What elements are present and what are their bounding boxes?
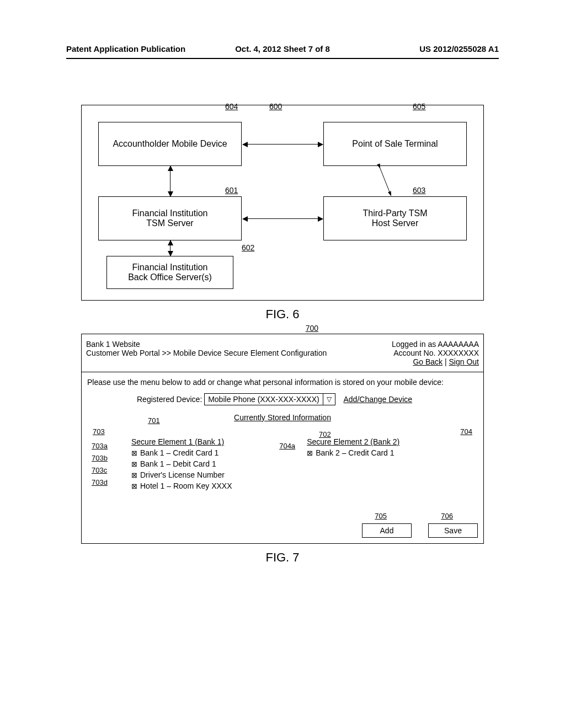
box-third-party-tsm-line2: Host Server	[363, 218, 427, 228]
figure-7-caption: FIG. 7	[66, 550, 499, 565]
logged-in-text: Logged in as AAAAAAAA	[392, 340, 479, 349]
checkbox-icon[interactable]: ⊠	[131, 460, 140, 468]
ref-605: 605	[413, 102, 425, 111]
ref-703: 703	[93, 427, 105, 436]
box-accountholder-device: Accountholder Mobile Device	[98, 122, 242, 166]
ref-704: 704	[460, 427, 472, 436]
account-number-text: Account No. XXXXXXXX	[392, 349, 479, 357]
box-fi-tsm-line1: Financial Institution	[132, 208, 208, 218]
box-pos-terminal-label: Point of Sale Terminal	[352, 139, 438, 149]
ref-703c: 703c	[92, 466, 107, 474]
add-change-device-link[interactable]: Add/Change Device	[344, 395, 413, 404]
box-fi-backoffice-line1: Financial Institution	[128, 263, 212, 272]
add-button-label: Add	[380, 526, 394, 535]
ref-603: 603	[413, 186, 425, 195]
checkbox-icon[interactable]: ⊠	[131, 471, 140, 479]
list-item: Bank 1 – Credit Card 1	[140, 448, 218, 457]
link-separator: |	[445, 357, 449, 366]
header-right: US 2012/0255028 A1	[419, 44, 499, 53]
ref-706: 706	[441, 512, 453, 520]
header-left: Patent Application Publication	[66, 44, 185, 53]
instructions-text: Please use the menu below to add or chan…	[87, 378, 478, 387]
box-pos-terminal: Point of Sale Terminal	[323, 122, 467, 166]
box-accountholder-device-label: Accountholder Mobile Device	[113, 139, 227, 149]
portal-header: Bank 1 Website Customer Web Portal >> Mo…	[82, 334, 483, 372]
save-button-label: Save	[444, 526, 462, 535]
ref-601: 601	[225, 186, 238, 195]
sign-out-link[interactable]: Sign Out	[449, 357, 479, 366]
header-rule	[66, 58, 499, 59]
box-third-party-tsm-line1: Third-Party TSM	[363, 208, 427, 218]
figure-6-diagram: 604 600 605 Accountholder Mobile Device …	[81, 105, 484, 301]
ref-703b: 703b	[92, 454, 108, 462]
currently-stored-heading: Currently Stored Information	[234, 413, 331, 422]
registered-device-select[interactable]: Mobile Phone (XXX-XXX-XXXX) ▽	[204, 393, 335, 405]
box-fi-tsm-server: Financial Institution TSM Server	[98, 196, 242, 240]
box-fi-backoffice-line2: Back Office Server(s)	[128, 272, 212, 282]
figure-6-caption: FIG. 6	[66, 307, 499, 322]
secure-element-1-heading: Secure Element 1 (Bank 1)	[131, 437, 275, 446]
ref-700: 700	[306, 324, 318, 333]
figure-7-panel: Bank 1 Website Customer Web Portal >> Mo…	[81, 334, 484, 544]
secure-element-2-heading: Secure Element 2 (Bank 2)	[307, 437, 478, 446]
chevron-down-icon: ▽	[323, 394, 335, 405]
site-name: Bank 1 Website	[86, 340, 327, 349]
registered-device-label: Registered Device:	[137, 395, 202, 404]
ref-703a: 703a	[92, 442, 108, 450]
box-fi-backoffice: Financial Institution Back Office Server…	[106, 256, 233, 289]
breadcrumb: Customer Web Portal >> Mobile Device Sec…	[86, 349, 327, 357]
ref-602: 602	[242, 243, 254, 252]
checkbox-icon[interactable]: ⊠	[131, 482, 140, 490]
box-fi-tsm-line2: TSM Server	[132, 218, 208, 228]
add-button[interactable]: Add	[362, 523, 412, 538]
ref-701: 701	[148, 416, 160, 425]
registered-device-value: Mobile Phone (XXX-XXX-XXXX)	[205, 395, 323, 404]
box-third-party-tsm: Third-Party TSM Host Server	[323, 196, 467, 240]
list-item: Driver's License Number	[140, 470, 225, 479]
save-button[interactable]: Save	[428, 523, 478, 538]
checkbox-icon[interactable]: ⊠	[131, 449, 140, 457]
go-back-link[interactable]: Go Back	[413, 357, 443, 366]
ref-600: 600	[269, 102, 282, 111]
ref-704a: 704a	[279, 442, 295, 450]
list-item: Hotel 1 – Room Key XXXX	[140, 481, 232, 490]
checkbox-icon[interactable]: ⊠	[307, 449, 316, 457]
ref-604: 604	[225, 102, 238, 111]
ref-705: 705	[375, 512, 387, 520]
list-item: Bank 1 – Debit Card 1	[140, 459, 216, 468]
ref-703d: 703d	[92, 478, 108, 486]
header-mid: Oct. 4, 2012 Sheet 7 of 8	[235, 44, 330, 53]
list-item: Bank 2 – Credit Card 1	[316, 448, 394, 457]
